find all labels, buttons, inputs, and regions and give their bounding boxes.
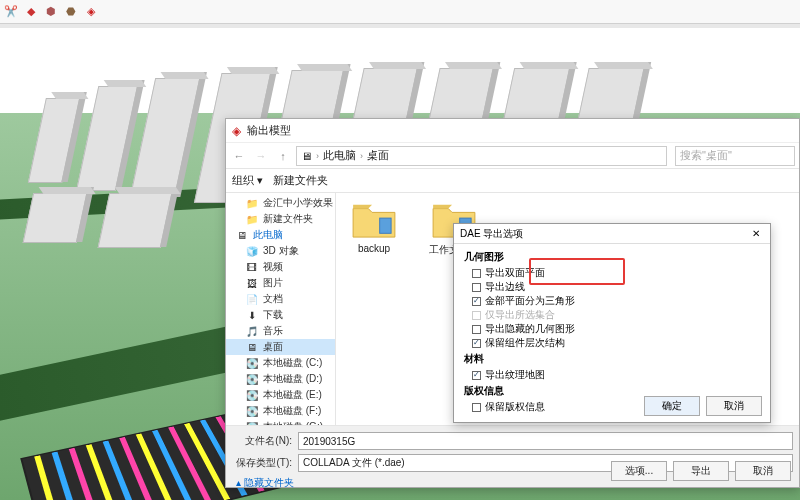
cancel-button[interactable]: 取消 xyxy=(706,396,762,416)
folder-label: backup xyxy=(358,243,390,254)
tree-item[interactable]: 📁新建文件夹 xyxy=(226,211,335,227)
tree-label: 下载 xyxy=(263,308,283,322)
tree-label: 新建文件夹 xyxy=(263,212,313,226)
ruby-icon[interactable]: ◈ xyxy=(84,5,98,19)
cancel-button[interactable]: 取消 xyxy=(735,461,791,481)
folder-icon: 🖥 xyxy=(246,341,258,353)
tree-item[interactable]: 💽本地磁盘 (F:) xyxy=(226,403,335,419)
folder-icon: 💽 xyxy=(246,373,258,385)
svg-rect-0 xyxy=(380,218,391,233)
checkbox-label: 保留组件层次结构 xyxy=(485,336,565,350)
folder-item[interactable]: backup xyxy=(344,201,404,254)
filename-label: 文件名(N): xyxy=(232,434,292,448)
toolbar-divider xyxy=(0,24,800,28)
diamond-icon[interactable]: ◆ xyxy=(24,5,38,19)
dialog-navbar: ← → ↑ 🖥 › 此电脑 › 桌面 搜索"桌面" xyxy=(226,143,799,169)
hide-folders-toggle[interactable]: ▴ 隐藏文件夹 xyxy=(236,477,294,488)
checkbox-label: 导出边线 xyxy=(485,280,525,294)
folder-icon xyxy=(351,201,397,239)
tree-item[interactable]: 🧊3D 对象 xyxy=(226,243,335,259)
folder-tree[interactable]: 📁金汇中小学效果📁新建文件夹🖥此电脑🧊3D 对象🎞视频🖼图片📄文档⬇下载🎵音乐🖥… xyxy=(226,193,336,425)
tree-item[interactable]: 🖥此电脑 xyxy=(226,227,335,243)
tree-label: 文档 xyxy=(263,292,283,306)
checkbox-label: 导出纹理地图 xyxy=(485,368,545,382)
dialog-titlebar: ◈ 输出模型 xyxy=(226,119,799,143)
tree-item[interactable]: 📁金汇中小学效果 xyxy=(226,195,335,211)
folder-icon: 💽 xyxy=(246,357,258,369)
close-icon[interactable]: ✕ xyxy=(748,228,764,239)
checkbox-label: 导出隐藏的几何图形 xyxy=(485,322,575,336)
tree-item[interactable]: ⬇下载 xyxy=(226,307,335,323)
chevron-right-icon: › xyxy=(316,151,319,161)
organize-menu[interactable]: 组织 ▾ xyxy=(232,173,263,188)
pc-icon: 🖥 xyxy=(301,150,312,162)
path-seg[interactable]: 此电脑 xyxy=(323,148,356,163)
checkbox-row[interactable]: ✓导出纹理地图 xyxy=(464,368,760,382)
folder-icon: ⬇ xyxy=(246,309,258,321)
tree-item[interactable]: 🎵音乐 xyxy=(226,323,335,339)
tree-label: 3D 对象 xyxy=(263,244,299,258)
nav-forward-icon[interactable]: → xyxy=(252,147,270,165)
tree-label: 本地磁盘 (E:) xyxy=(263,388,322,402)
filename-input[interactable]: 20190315G xyxy=(298,432,793,450)
tree-label: 桌面 xyxy=(263,340,283,354)
path-seg[interactable]: 桌面 xyxy=(367,148,389,163)
tree-label: 本地磁盘 (G:) xyxy=(263,420,323,425)
checkbox-row[interactable]: ✓保留组件层次结构 xyxy=(464,336,760,350)
tree-label: 本地磁盘 (D:) xyxy=(263,372,322,386)
tree-item[interactable]: 📄文档 xyxy=(226,291,335,307)
checkbox-label: 仅导出所选集合 xyxy=(485,308,555,322)
checkbox-icon xyxy=(472,283,481,292)
tree-item[interactable]: 🎞视频 xyxy=(226,259,335,275)
folder-icon: 💽 xyxy=(246,405,258,417)
checkbox-icon xyxy=(472,403,481,412)
app-toolbar: ✂️ ◆ ⬢ ⬣ ◈ xyxy=(0,0,800,24)
dae-options-dialog: DAE 导出选项 ✕ 几何图形导出双面平面导出边线✓金部平面分为三角形仅导出所选… xyxy=(453,223,771,423)
chevron-right-icon: › xyxy=(360,151,363,161)
tree-label: 音乐 xyxy=(263,324,283,338)
checkbox-row[interactable]: 导出隐藏的几何图形 xyxy=(464,322,760,336)
checkbox-label: 保留版权信息 xyxy=(485,400,545,414)
dialog-title: 输出模型 xyxy=(247,123,291,138)
options-button[interactable]: 选项... xyxy=(611,461,667,481)
tree-item[interactable]: 🖥桌面 xyxy=(226,339,335,355)
box-icon[interactable]: ⬢ xyxy=(44,5,58,19)
dialog-buttons: 选项... 导出 取消 xyxy=(611,461,791,481)
search-placeholder: 搜索"桌面" xyxy=(680,148,732,163)
options-title: DAE 导出选项 xyxy=(460,227,523,241)
tree-label: 此电脑 xyxy=(253,228,283,242)
folder-icon: 💽 xyxy=(246,389,258,401)
tree-label: 本地磁盘 (C:) xyxy=(263,356,322,370)
save-button[interactable]: 导出 xyxy=(673,461,729,481)
nav-back-icon[interactable]: ← xyxy=(230,147,248,165)
ok-button[interactable]: 确定 xyxy=(644,396,700,416)
search-input[interactable]: 搜索"桌面" xyxy=(675,146,795,166)
checkbox-icon xyxy=(472,311,481,320)
options-titlebar: DAE 导出选项 ✕ xyxy=(454,224,770,244)
checkbox-icon: ✓ xyxy=(472,297,481,306)
group-title: 材料 xyxy=(464,352,760,366)
filetype-label: 保存类型(T): xyxy=(232,456,292,470)
checkbox-icon: ✓ xyxy=(472,371,481,380)
scissors-icon[interactable]: ✂️ xyxy=(4,5,18,19)
breadcrumb[interactable]: 🖥 › 此电脑 › 桌面 xyxy=(296,146,667,166)
tree-item[interactable]: 💽本地磁盘 (G:) xyxy=(226,419,335,425)
new-folder-button[interactable]: 新建文件夹 xyxy=(273,173,328,188)
folder-icon: 📁 xyxy=(246,213,258,225)
tree-item[interactable]: 💽本地磁盘 (D:) xyxy=(226,371,335,387)
tree-label: 金汇中小学效果 xyxy=(263,196,333,210)
tree-label: 视频 xyxy=(263,260,283,274)
tree-item[interactable]: 💽本地磁盘 (C:) xyxy=(226,355,335,371)
dialog-toolbar: 组织 ▾ 新建文件夹 xyxy=(226,169,799,193)
nav-up-icon[interactable]: ↑ xyxy=(274,147,292,165)
checkbox-label: 金部平面分为三角形 xyxy=(485,294,575,308)
checkbox-row: 仅导出所选集合 xyxy=(464,308,760,322)
checkbox-row[interactable]: ✓金部平面分为三角形 xyxy=(464,294,760,308)
tree-label: 图片 xyxy=(263,276,283,290)
app-icon: ◈ xyxy=(232,124,241,138)
tree-item[interactable]: 💽本地磁盘 (E:) xyxy=(226,387,335,403)
checkbox-icon xyxy=(472,325,481,334)
checkbox-icon: ✓ xyxy=(472,339,481,348)
cube-icon[interactable]: ⬣ xyxy=(64,5,78,19)
tree-item[interactable]: 🖼图片 xyxy=(226,275,335,291)
